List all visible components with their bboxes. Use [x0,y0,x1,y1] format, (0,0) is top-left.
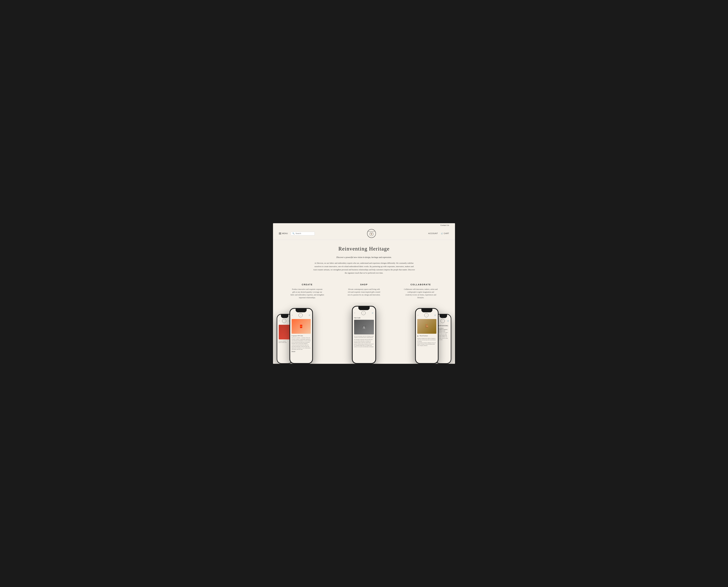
phone-4-notch [421,309,432,312]
hamburger-icon [279,233,281,234]
phone-3-heading: Our Craft [354,317,374,319]
logo-icon: 🦅 [370,232,374,236]
phone-4-logo: S [424,313,428,317]
phone-4-text: ▣ Wood Furniture Bespoke, designed and c… [417,335,436,347]
phone-4-nav: ≡ S 🛒 [416,312,438,318]
phone-3-content: Our Craft ✂️ We scale innovation with ne… [353,316,375,363]
phone-5-cart-icon: 🛒 [447,320,449,322]
search-icon: 🔍 [292,232,295,235]
phone-2-screen: ≡ S 🛒 🧧 Corporate CNY Gifts Shevron is a… [290,309,312,363]
phone-3-logo: S [361,311,366,315]
three-columns: CREATE Produce innovative and exquisite … [273,279,455,302]
logo-circle: SHEVRON 🦅 [367,229,376,238]
page-wrapper: Contact Us MENU 🔍 SHEVRON [273,223,455,363]
phone-5-logo: S [441,319,445,323]
cart-label: CART [444,232,449,235]
phone-3-notch [358,307,370,310]
account-label: ACCOUNT [428,232,438,235]
svg-text:🦅: 🦅 [371,233,373,235]
phone-2-image: 🧧 [292,319,311,334]
cart-icon: 🛒 [441,232,443,235]
craft-icon: ✂️ [362,325,366,329]
phone-3-text: We reimagine expression with our innovat… [354,339,374,348]
menu-label: MENU [282,232,288,235]
shop-column: SHOP Elevate contemporary spaces and liv… [336,283,393,299]
phone-3-center: ≡ S 🛒 Our Craft ✂️ We scale innovation w… [352,306,376,364]
phone-5-subheading: DISCOVER A POWERFUL DESIGN, HERITAGE AND [437,328,447,332]
phone-1-text: COLLECTIONS MOST POPULAR [279,341,291,344]
create-heading: CREATE [279,283,336,286]
navigation: MENU 🔍 SHEVRON 🦅 ACCOUNT [273,227,455,240]
create-text: Produce innovative and exquisite corpora… [290,288,324,299]
phone-3-menu-icon: ≡ [354,312,355,313]
phone-4-screen: ≡ S 🛒 🪑 ▣ Wood Furniture [416,309,438,363]
phone-5-text: DISCOVER A POWERFUL DESIGN, HERITAGE AND… [437,328,449,341]
phone-5-notch [440,314,447,318]
phone-2-content: 🧧 Corporate CNY Gifts Shevron is a promi… [290,318,312,363]
phone-1-logo: S [282,319,286,323]
wood-stool-icon: 🪑 [424,324,429,329]
phone-4-content: 🪑 ▣ Wood Furniture Bespoke, designed and… [416,318,438,363]
phone-3-screen: ≡ S 🛒 Our Craft ✂️ We scale innovation w… [353,307,375,363]
collaborate-heading: COLLABORATE [392,283,449,286]
phone-4: ≡ S 🛒 🪑 ▣ Wood Furniture [415,308,439,364]
phone-3-quote: We scale innovation with new techniques … [354,336,374,338]
phone-2-logo: S [299,313,303,317]
phone-5-heading: REINVENTING [437,325,449,327]
hero-subtitle: Discover a powerful new vision in design… [282,256,446,259]
create-column: CREATE Produce innovative and exquisite … [279,283,336,299]
phone-2-nav: ≡ S 🛒 [290,312,312,318]
phone-4-heading: Wood Furniture [420,335,428,337]
phone-4-cart-icon: 🛒 [434,314,436,316]
hero-description: At Shevron, we are fabric and embroidery… [313,261,415,275]
phone-2-text: Corporate CNY Gifts Shevron is a promise… [292,335,311,350]
phone-2-cart-icon: 🛒 [309,314,310,316]
phone-1-menu-icon: ≡ [279,320,280,322]
phone-container: ≡ S 🛒 COLLECTIONS MOST POPULAR [273,302,455,364]
phone-1-image [279,325,291,339]
cny-decoration: 🧧 [299,325,303,328]
contact-us-link[interactable]: Contact Us [441,225,449,226]
phone-2-notch [296,309,307,312]
phone-3-image: ✂️ [354,320,374,334]
collaborate-text: Collaborate with innovators, makers, art… [404,288,438,299]
phone-3-cart-icon: 🛒 [372,312,374,314]
search-box[interactable]: 🔍 [291,232,315,235]
phone-2-heading: Corporate CNY Gifts [292,335,311,337]
logo-text: SHEVRON [368,231,375,232]
collaborate-column: COLLABORATE Collaborate with innovators,… [392,283,449,299]
phone-4-heading-row: ▣ Wood Furniture [417,335,436,337]
phone-4-image: 🪑 [417,319,436,334]
menu-button[interactable]: MENU [279,232,288,235]
phones-section: ≡ S 🛒 COLLECTIONS MOST POPULAR [273,302,455,364]
account-button[interactable]: ACCOUNT [428,232,438,235]
phone-2-discover-link[interactable]: Discover [292,351,311,352]
phone-3-nav: ≡ S 🛒 [353,310,375,316]
shop-text: Elevate contemporary spaces and living w… [347,288,381,297]
shop-heading: SHOP [336,283,393,286]
phone-4-menu-icon: ≡ [418,314,418,316]
site-logo[interactable]: SHEVRON 🦅 [367,229,376,238]
phone-1-notch [281,314,288,318]
nav-right: ACCOUNT 🛒 CART [428,232,449,235]
wood-section-icon: ▣ [417,335,419,337]
desktop-site: Contact Us MENU 🔍 SHEVRON [273,223,455,363]
cart-button[interactable]: 🛒 CART [441,232,449,235]
phone-2-menu-icon: ≡ [292,314,293,316]
top-bar: Contact Us [273,223,455,227]
hero-title: Reinventing Heritage [282,246,446,252]
search-input[interactable] [296,232,313,235]
nav-left: MENU 🔍 [279,232,315,235]
hero-section: Reinventing Heritage Discover a powerful… [273,240,455,279]
phone-2: ≡ S 🛒 🧧 Corporate CNY Gifts Shevron is a… [289,308,313,364]
